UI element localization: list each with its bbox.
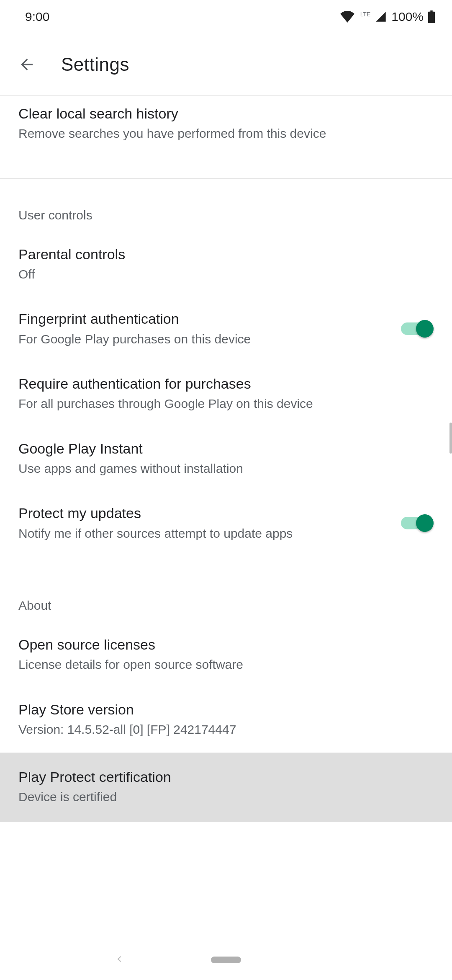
section-header-user-controls: User controls (0, 179, 452, 232)
row-subtitle: Remove searches you have performed from … (18, 125, 421, 142)
row-title: Protect my updates (18, 504, 388, 522)
home-handle[interactable] (211, 957, 241, 963)
row-play-store-version[interactable]: Play Store version Version: 14.5.52-all … (0, 688, 452, 753)
arrow-back-icon (18, 56, 36, 73)
status-bar: 9:00 LTE 100% (0, 0, 452, 34)
row-title: Fingerprint authentication (18, 309, 388, 328)
row-title: Clear local search history (18, 104, 421, 123)
chevron-left-icon (113, 953, 125, 965)
row-open-source-licenses[interactable]: Open source licenses License details for… (0, 623, 452, 688)
row-parental-controls[interactable]: Parental controls Off (0, 232, 452, 297)
row-google-play-instant[interactable]: Google Play Instant Use apps and games w… (0, 427, 452, 492)
row-title: Play Store version (18, 700, 421, 719)
row-subtitle: For all purchases through Google Play on… (18, 395, 421, 413)
section-header-about: About (0, 569, 452, 623)
row-subtitle: For Google Play purchases on this device (18, 331, 388, 348)
toggle-protect-updates[interactable] (401, 514, 434, 532)
row-subtitle: Use apps and games without installation (18, 460, 421, 477)
row-subtitle: Device is certified (18, 789, 421, 806)
row-subtitle: License details for open source software (18, 656, 421, 673)
row-subtitle: Notify me if other sources attempt to up… (18, 525, 388, 542)
row-clear-search-history[interactable]: Clear local search history Remove search… (0, 96, 452, 157)
network-label: LTE (360, 11, 371, 18)
scrollbar[interactable] (449, 423, 452, 454)
row-play-protect-certification[interactable]: Play Protect certification Device is cer… (0, 753, 452, 823)
row-title: Parental controls (18, 245, 421, 263)
app-bar: Settings (0, 34, 452, 95)
navigation-bar (0, 940, 452, 980)
row-subtitle: Off (18, 266, 421, 283)
wifi-icon (340, 11, 354, 23)
row-title: Google Play Instant (18, 439, 421, 458)
row-subtitle: Version: 14.5.52-all [0] [FP] 242174447 (18, 721, 421, 738)
page-title: Settings (61, 54, 129, 75)
row-title: Play Protect certification (18, 768, 421, 786)
row-require-authentication[interactable]: Require authentication for purchases For… (0, 362, 452, 427)
battery-text: 100% (391, 10, 424, 24)
row-fingerprint-authentication[interactable]: Fingerprint authentication For Google Pl… (0, 297, 452, 362)
nav-back-button[interactable] (113, 953, 125, 967)
battery-icon (428, 10, 435, 23)
row-title: Open source licenses (18, 635, 421, 654)
status-indicators: LTE 100% (340, 10, 435, 24)
row-protect-updates[interactable]: Protect my updates Notify me if other so… (0, 491, 452, 556)
row-title: Require authentication for purchases (18, 374, 421, 393)
status-time: 9:00 (17, 10, 49, 24)
toggle-fingerprint-auth[interactable] (401, 320, 434, 338)
back-button[interactable] (13, 51, 40, 78)
cell-signal-icon (375, 11, 387, 23)
